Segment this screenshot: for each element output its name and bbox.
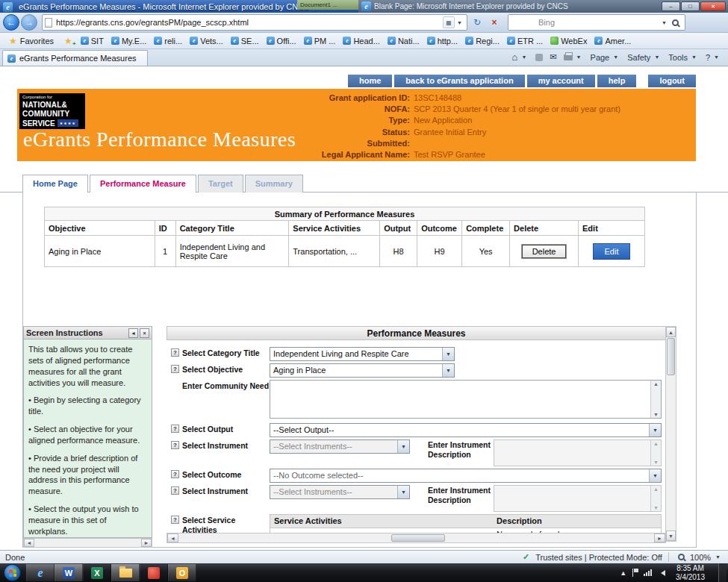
output-select[interactable]: --Select Output-- ▼	[270, 423, 662, 437]
scroll-down-icon[interactable]: ▼	[653, 460, 659, 465]
form-horizontal-scrollbar[interactable]: ◄ ►	[167, 533, 666, 543]
help-icon[interactable]: ?	[171, 486, 179, 495]
scroll-down-icon[interactable]: ▼	[666, 531, 676, 541]
category-title-select[interactable]: Independent Living and Respite Care ▼	[270, 347, 455, 361]
url-text[interactable]: https://egrants.cns.gov/egrantsPM/page_s…	[52, 18, 443, 27]
help-icon[interactable]: ?	[171, 470, 179, 478]
start-button[interactable]	[4, 564, 21, 581]
textarea-scrollbar[interactable]: ▲▼	[650, 486, 661, 511]
home-button[interactable]: ⌂▼	[509, 51, 532, 63]
scroll-up-icon[interactable]: ▲	[653, 441, 659, 446]
help-icon[interactable]: ?	[171, 516, 179, 524]
nav-help-button[interactable]: help	[597, 75, 637, 87]
favorites-bar-item[interactable]: eHead...	[339, 34, 383, 48]
scroll-down-icon[interactable]: ▼	[653, 412, 659, 417]
textarea-scrollbar[interactable]: ▲▼	[650, 440, 661, 466]
show-desktop-button[interactable]	[718, 563, 727, 582]
form-vertical-scrollbar[interactable]: ▲ ▼	[665, 326, 676, 542]
instrument-description-textarea[interactable]: ▲▼	[494, 439, 662, 466]
scroll-left-icon[interactable]: ◄	[167, 534, 178, 542]
scroll-right-icon[interactable]: ►	[141, 539, 152, 547]
tab-performance-measure[interactable]: Performance Measure	[90, 175, 196, 193]
favorites-bar-item[interactable]: eRegi...	[461, 34, 503, 48]
favorites-bar-item[interactable]: eMy.E...	[108, 34, 150, 48]
search-box[interactable]: Bing ▼	[508, 14, 685, 31]
refresh-button[interactable]: ↻	[470, 15, 485, 30]
tools-menu[interactable]: Tools▼	[665, 52, 702, 63]
nav-logout-button[interactable]: logout	[648, 75, 696, 87]
objective-select[interactable]: Aging in Place ▼	[270, 363, 455, 378]
background-window-document[interactable]: Document1 ...	[297, 0, 358, 10]
minimize-button[interactable]: –	[662, 1, 680, 11]
stop-button[interactable]: ×	[487, 15, 502, 30]
favorites-bar-item[interactable]: ehttp...	[423, 34, 462, 48]
favorites-bar-item[interactable]: eSIT	[77, 34, 108, 48]
feeds-button[interactable]	[532, 53, 546, 62]
taskbar-outlook-button[interactable]: O	[168, 564, 196, 581]
scroll-right-icon[interactable]: ►	[654, 534, 665, 542]
forward-button[interactable]: →	[21, 14, 37, 31]
search-icon[interactable]	[672, 19, 679, 26]
back-button[interactable]: ←	[3, 14, 19, 31]
tab-home-page[interactable]: Home Page	[22, 175, 88, 193]
scroll-up-icon[interactable]: ▲	[666, 327, 676, 337]
nav-my-account-button[interactable]: my account	[527, 75, 595, 87]
nav-home-button[interactable]: home	[348, 75, 392, 87]
taskbar-media-button[interactable]	[140, 564, 168, 581]
zoom-control[interactable]: 100% ▼	[675, 553, 723, 562]
favorites-bar-item[interactable]: eAmer...	[591, 34, 635, 48]
favorites-bar-item[interactable]: WebEx	[547, 34, 591, 48]
scroll-up-icon[interactable]: ▲	[653, 486, 659, 492]
browser-tab[interactable]: e eGrants Performance Measures	[2, 50, 148, 66]
favorites-bar-item[interactable]: eETR ...	[503, 34, 547, 48]
close-panel-icon[interactable]: ×	[140, 328, 149, 338]
taskbar-clock[interactable]: 8:35 AM 3/4/2013	[671, 564, 709, 582]
favorites-bar-item[interactable]: ereli...	[150, 34, 186, 48]
add-favorite-button[interactable]: ★+	[60, 34, 77, 48]
help-icon[interactable]: ?	[171, 441, 179, 449]
scroll-up-icon[interactable]: ▲	[653, 381, 659, 387]
instrument-description-textarea[interactable]: ▲▼	[494, 485, 662, 512]
search-dropdown-icon[interactable]: ▼	[659, 20, 669, 25]
tab-summary[interactable]: Summary	[245, 175, 303, 193]
tab-target[interactable]: Target	[198, 175, 243, 193]
search-provider-label[interactable]: Bing	[511, 18, 659, 27]
address-dropdown-icon[interactable]: ▼	[455, 20, 464, 25]
help-menu[interactable]: ?▼	[703, 52, 724, 63]
close-button[interactable]: ×	[700, 1, 726, 11]
scroll-down-icon[interactable]: ▼	[653, 505, 659, 510]
help-icon[interactable]: ?	[171, 425, 179, 433]
instrument-select[interactable]: --Select Instruments-- ▼	[270, 439, 410, 454]
scrollbar-thumb[interactable]	[391, 534, 445, 542]
help-icon[interactable]: ?	[171, 365, 179, 373]
instructions-horizontal-scrollbar[interactable]: ◄ ►	[23, 538, 152, 548]
taskbar-word-button[interactable]: W	[55, 564, 83, 581]
textarea-scrollbar[interactable]: ▲▼	[650, 381, 661, 418]
favorites-bar-item[interactable]: ePM ...	[300, 34, 340, 48]
community-need-textarea[interactable]: ▲▼	[270, 380, 662, 419]
favorites-bar-item[interactable]: eNati...	[384, 34, 423, 48]
outcome-select[interactable]: --No Outcome selected-- ▼	[270, 469, 662, 483]
favorites-bar-item[interactable]: eOffi...	[263, 34, 300, 48]
scroll-left-icon[interactable]: ◄	[24, 539, 34, 547]
nav-back-to-egrants-button[interactable]: back to eGrants application	[394, 75, 524, 87]
show-hidden-icons-button[interactable]: ▲	[620, 569, 626, 577]
page-menu[interactable]: Page▼	[588, 52, 624, 63]
read-mail-button[interactable]: ✉	[547, 51, 559, 63]
delete-button[interactable]: Delete	[522, 245, 567, 258]
favorites-button[interactable]: ★ Favorites	[3, 34, 60, 48]
network-icon[interactable]	[644, 569, 652, 576]
help-icon[interactable]: ?	[171, 348, 179, 357]
print-button[interactable]: ▼	[561, 54, 587, 61]
background-window-blank-page[interactable]: e Blank Page: Microsoft Internet Explore…	[358, 0, 728, 13]
compatibility-view-icon[interactable]: ▦	[443, 16, 455, 28]
address-field[interactable]: https://egrants.cns.gov/egrantsPM/page_s…	[42, 14, 467, 31]
security-zone-text[interactable]: Trusted sites | Protected Mode: Off	[535, 553, 662, 562]
collapse-left-icon[interactable]: ◄	[128, 328, 138, 338]
volume-icon[interactable]	[658, 570, 665, 576]
edit-button[interactable]: Edit	[593, 243, 631, 260]
taskbar-explorer-button[interactable]	[111, 564, 140, 581]
maximize-button[interactable]: □	[681, 1, 700, 11]
taskbar-excel-button[interactable]: X	[83, 564, 111, 581]
safety-menu[interactable]: Safety▼	[624, 52, 665, 63]
